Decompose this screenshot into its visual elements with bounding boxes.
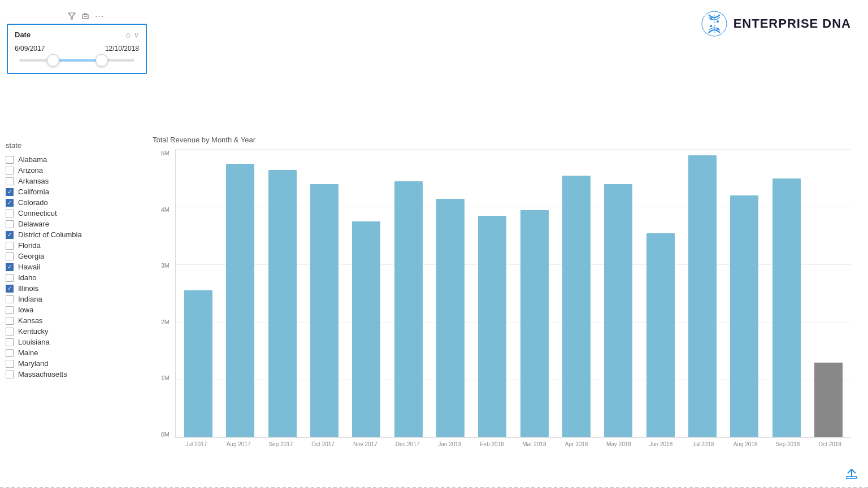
bar[interactable] <box>268 170 297 437</box>
state-checkbox[interactable] <box>6 285 14 293</box>
state-item[interactable]: Colorado <box>6 197 141 208</box>
state-checkbox[interactable] <box>6 306 14 314</box>
bar-group[interactable] <box>766 150 806 437</box>
state-checkbox[interactable] <box>6 210 14 217</box>
bar[interactable] <box>310 184 338 437</box>
state-item[interactable]: Georgia <box>6 251 141 262</box>
state-item[interactable]: Connecticut <box>6 208 141 219</box>
bar-group[interactable] <box>682 150 723 437</box>
state-checkbox[interactable] <box>6 167 14 175</box>
x-axis-label: Feb 2018 <box>471 439 513 455</box>
state-item[interactable]: Alabama <box>6 154 141 165</box>
state-item[interactable]: Kansas <box>6 315 141 326</box>
bar[interactable] <box>478 216 506 437</box>
slider-thumb-right[interactable] <box>96 54 108 67</box>
subscribe-icon[interactable] <box>845 467 858 482</box>
bar[interactable] <box>688 155 717 437</box>
state-checkbox[interactable] <box>6 156 14 164</box>
bar[interactable] <box>394 181 423 437</box>
state-checkbox[interactable] <box>6 274 14 282</box>
date-end: 12/10/2018 <box>105 45 139 53</box>
state-checkbox[interactable] <box>6 349 14 357</box>
x-axis-label: May 2018 <box>598 439 640 455</box>
bar[interactable] <box>520 210 549 437</box>
state-checkbox[interactable] <box>6 177 14 185</box>
state-label: Maine <box>18 348 38 357</box>
state-item[interactable]: Arkansas <box>6 176 141 186</box>
state-item[interactable]: Idaho <box>6 272 141 283</box>
bar-group[interactable] <box>808 150 849 437</box>
bar-group[interactable] <box>304 150 345 437</box>
state-label: Arizona <box>18 166 43 175</box>
state-item[interactable]: Maryland <box>6 358 141 369</box>
date-reset-icon[interactable]: ◇ <box>125 31 131 39</box>
export-icon[interactable] <box>81 12 89 21</box>
bar-group[interactable] <box>556 150 597 437</box>
bar[interactable] <box>730 195 758 437</box>
bar-group[interactable] <box>346 150 387 437</box>
y-axis-label: 2M <box>161 319 170 325</box>
bar-group[interactable] <box>514 150 555 437</box>
state-item[interactable]: Maine <box>6 347 141 358</box>
state-checkbox[interactable] <box>6 252 14 260</box>
bar[interactable] <box>772 178 801 437</box>
state-filter-list: state AlabamaArizonaArkansasCaliforniaCo… <box>6 141 141 380</box>
bar-group[interactable] <box>388 150 429 437</box>
state-checkbox[interactable] <box>6 295 14 303</box>
bar[interactable] <box>646 233 675 437</box>
slider-thumb-left[interactable] <box>47 54 59 67</box>
state-checkbox[interactable] <box>6 231 14 239</box>
bar[interactable] <box>604 184 632 437</box>
chart-container: 5M4M3M2M1M0M Jul 2017Aug 2017Sep 2017Oct… <box>153 150 851 455</box>
state-checkbox[interactable] <box>6 317 14 325</box>
bars-area <box>175 150 851 438</box>
state-item[interactable]: Delaware <box>6 219 141 229</box>
state-item[interactable]: Florida <box>6 240 141 251</box>
more-icon[interactable]: ··· <box>95 11 104 21</box>
state-item[interactable]: Illinois <box>6 283 141 294</box>
state-checkbox[interactable] <box>6 338 14 346</box>
bar[interactable] <box>226 164 254 437</box>
bar-group[interactable] <box>220 150 261 437</box>
state-item[interactable]: Kentucky <box>6 326 141 337</box>
state-checkbox[interactable] <box>6 371 14 378</box>
bar-group[interactable] <box>430 150 471 437</box>
state-label: District of Columbia <box>18 230 82 239</box>
bar-group[interactable] <box>472 150 513 437</box>
date-slider-track[interactable] <box>19 59 134 62</box>
state-checkbox[interactable] <box>6 242 14 250</box>
state-checkbox[interactable] <box>6 199 14 207</box>
state-label: Colorado <box>18 198 48 207</box>
state-label: Arkansas <box>18 177 49 185</box>
bar[interactable] <box>352 221 380 437</box>
state-checkbox[interactable] <box>6 328 14 336</box>
bar[interactable] <box>814 363 843 437</box>
state-label: Alabama <box>18 155 47 164</box>
filter-icon[interactable] <box>68 12 76 21</box>
bar-group[interactable] <box>724 150 765 437</box>
bar[interactable] <box>436 199 465 437</box>
bar-group[interactable] <box>598 150 639 437</box>
state-checkbox[interactable] <box>6 188 14 196</box>
x-axis-label: Dec 2017 <box>387 439 429 455</box>
date-values: 6/09/2017 12/10/2018 <box>15 45 139 53</box>
state-item[interactable]: Hawaii <box>6 262 141 272</box>
logo-area: ENTERPRISE DNA <box>701 10 851 37</box>
state-checkbox[interactable] <box>6 220 14 228</box>
state-item[interactable]: Indiana <box>6 294 141 304</box>
state-item[interactable]: Louisiana <box>6 337 141 347</box>
bar[interactable] <box>562 176 591 437</box>
state-item[interactable]: California <box>6 186 141 197</box>
bar-group[interactable] <box>262 150 303 437</box>
state-item[interactable]: Massachusetts <box>6 369 141 380</box>
bar-group[interactable] <box>178 150 219 437</box>
bar-group[interactable] <box>640 150 680 437</box>
y-axis-label: 5M <box>161 150 170 156</box>
state-checkbox[interactable] <box>6 360 14 368</box>
state-item[interactable]: Iowa <box>6 304 141 315</box>
state-item[interactable]: Arizona <box>6 165 141 176</box>
state-checkbox[interactable] <box>6 263 14 271</box>
bar[interactable] <box>184 290 212 437</box>
date-expand-icon[interactable]: ∨ <box>134 31 139 39</box>
state-item[interactable]: District of Columbia <box>6 229 141 240</box>
